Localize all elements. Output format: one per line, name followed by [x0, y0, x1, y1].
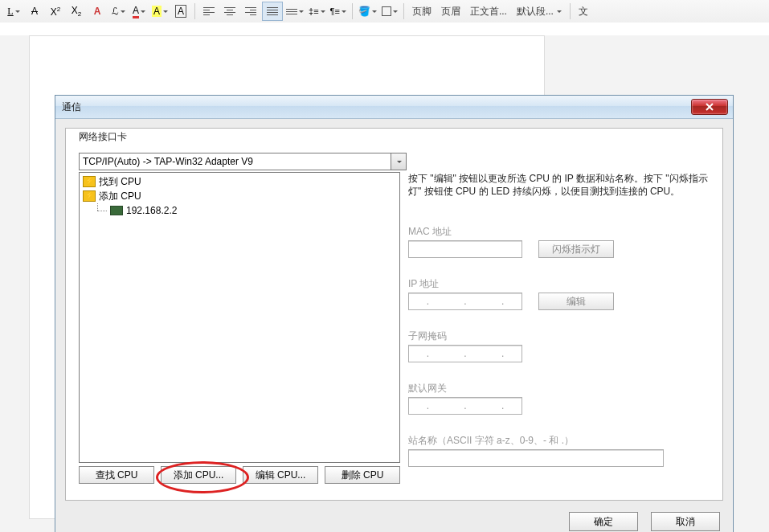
separator — [194, 3, 195, 19]
nic-select[interactable]: TCP/IP(Auto) -> TAP-Win32 Adapter V9 — [79, 153, 407, 170]
tree-item-found-cpu[interactable]: 找到 CPU — [83, 174, 399, 189]
document-area: 通信 网络接口卡 TCP/IP(Auto) -> TAP-Win32 Adapt… — [0, 35, 769, 532]
nic-select-arrow[interactable] — [391, 153, 406, 170]
style-header[interactable]: 页眉 — [436, 2, 465, 20]
mask-field: ... — [408, 345, 522, 362]
edit-cpu-button[interactable]: 编辑 CPU... — [243, 466, 318, 484]
blink-led-button[interactable]: 闪烁指示灯 — [538, 240, 614, 258]
highlight-dropdown[interactable]: A — [150, 2, 170, 20]
separator — [403, 3, 404, 19]
bolt-icon — [83, 176, 96, 187]
add-cpu-button[interactable]: 添加 CPU... — [161, 466, 236, 484]
gateway-label: 默认网关 — [408, 382, 710, 395]
find-cpu-button[interactable]: 查找 CPU — [79, 466, 154, 484]
border-dropdown[interactable] — [380, 2, 399, 20]
instructions-text: 按下 "编辑" 按钮以更改所选 CPU 的 IP 数据和站名称。按下 "闪烁指示… — [408, 172, 710, 198]
line-spacing-dropdown[interactable]: ‡≡ — [307, 2, 327, 20]
align-justify-button[interactable] — [262, 2, 283, 21]
cpu-button-row: 查找 CPU 添加 CPU... 编辑 CPU... 删除 CPU — [79, 466, 400, 484]
superscript-button[interactable]: X2 — [46, 2, 65, 20]
character-box-button[interactable]: A — [171, 2, 190, 20]
char-style-dropdown[interactable]: ℒ — [108, 2, 128, 20]
edit-ip-button[interactable]: 编辑 — [538, 293, 614, 310]
ok-button[interactable]: 确定 — [569, 512, 638, 531]
close-icon — [705, 103, 714, 111]
communication-dialog: 通信 网络接口卡 TCP/IP(Auto) -> TAP-Win32 Adapt… — [55, 95, 734, 532]
station-name-label: 站名称（ASCII 字符 a-z、0-9、- 和 .） — [408, 434, 710, 448]
style-body-first[interactable]: 正文首... — [465, 2, 512, 20]
tree-item-cpu-ip[interactable]: 192.168.2.2 — [83, 203, 399, 218]
dialog-titlebar[interactable]: 通信 — [55, 96, 733, 119]
station-name-field — [408, 449, 664, 467]
indent-dropdown[interactable]: ¶≡ — [329, 2, 348, 20]
paint-bucket-icon: 🪣 — [358, 6, 370, 17]
nic-group-label: 网络接口卡 — [77, 130, 129, 144]
bolt-icon — [83, 190, 96, 202]
fill-color-dropdown[interactable]: 🪣 — [357, 2, 378, 20]
dialog-body: 网络接口卡 TCP/IP(Auto) -> TAP-Win32 Adapter … — [65, 128, 723, 501]
delete-cpu-button[interactable]: 删除 CPU — [325, 466, 400, 484]
align-left-button[interactable] — [199, 2, 219, 20]
strikethrough-button[interactable]: A — [25, 2, 44, 20]
vertical-align-dropdown[interactable] — [284, 2, 305, 20]
mac-field — [408, 240, 522, 258]
cpu-detail-panel: 按下 "编辑" 按钮以更改所选 CPU 的 IP 数据和站名称。按下 "闪烁指示… — [408, 172, 710, 467]
text-direction-button[interactable]: 文 — [574, 2, 593, 20]
align-center-button[interactable] — [220, 2, 239, 20]
dialog-footer: 确定 取消 — [569, 512, 720, 531]
ip-field: ... — [408, 293, 522, 310]
style-footer[interactable]: 页脚 — [407, 2, 436, 20]
separator — [570, 3, 571, 19]
separator — [352, 3, 353, 19]
dialog-title: 通信 — [62, 100, 81, 114]
subscript-button[interactable]: X2 — [67, 2, 86, 20]
close-button[interactable] — [691, 99, 728, 115]
cpu-tree[interactable]: 找到 CPU 添加 CPU 192.168.2.2 — [79, 172, 400, 463]
font-color-dropdown[interactable]: A — [129, 2, 149, 20]
font-color-char-button[interactable]: A — [88, 2, 107, 20]
ip-label: IP 地址 — [408, 277, 710, 291]
tree-item-add-cpu[interactable]: 添加 CPU — [83, 189, 399, 203]
underline-dropdown[interactable]: L — [4, 2, 23, 20]
align-right-button[interactable] — [241, 2, 260, 20]
gateway-field: ... — [408, 397, 522, 415]
style-default-paragraph[interactable]: 默认段... — [512, 2, 567, 20]
ribbon-toolbar: L A X2 X2 A ℒ A A A ‡≡ ¶≡ 🪣 页脚 页眉 正文首...… — [0, 0, 769, 23]
nic-select-value: TCP/IP(Auto) -> TAP-Win32 Adapter V9 — [83, 156, 253, 167]
mac-label: MAC 地址 — [408, 225, 710, 239]
cancel-button[interactable]: 取消 — [651, 512, 720, 531]
ruler — [0, 23, 769, 36]
device-icon — [110, 206, 123, 215]
nic-groupbox: 网络接口卡 TCP/IP(Auto) -> TAP-Win32 Adapter … — [72, 132, 716, 495]
mask-label: 子网掩码 — [408, 329, 710, 343]
